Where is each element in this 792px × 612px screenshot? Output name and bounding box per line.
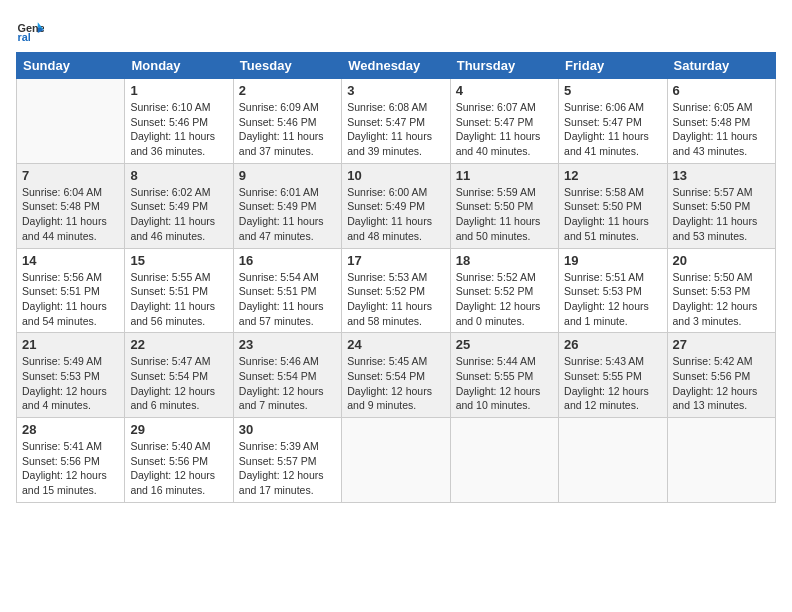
day-number: 26 <box>564 337 661 352</box>
calendar-cell: 3Sunrise: 6:08 AM Sunset: 5:47 PM Daylig… <box>342 79 450 164</box>
calendar-cell: 26Sunrise: 5:43 AM Sunset: 5:55 PM Dayli… <box>559 333 667 418</box>
calendar-cell: 14Sunrise: 5:56 AM Sunset: 5:51 PM Dayli… <box>17 248 125 333</box>
logo-icon: Gene ral <box>16 16 44 44</box>
day-info: Sunrise: 5:54 AM Sunset: 5:51 PM Dayligh… <box>239 270 336 329</box>
day-info: Sunrise: 6:01 AM Sunset: 5:49 PM Dayligh… <box>239 185 336 244</box>
day-info: Sunrise: 5:50 AM Sunset: 5:53 PM Dayligh… <box>673 270 770 329</box>
day-number: 4 <box>456 83 553 98</box>
calendar-cell: 13Sunrise: 5:57 AM Sunset: 5:50 PM Dayli… <box>667 163 775 248</box>
day-info: Sunrise: 6:08 AM Sunset: 5:47 PM Dayligh… <box>347 100 444 159</box>
calendar-week-row: 14Sunrise: 5:56 AM Sunset: 5:51 PM Dayli… <box>17 248 776 333</box>
day-number: 23 <box>239 337 336 352</box>
calendar-cell: 15Sunrise: 5:55 AM Sunset: 5:51 PM Dayli… <box>125 248 233 333</box>
day-number: 30 <box>239 422 336 437</box>
weekday-header: Monday <box>125 53 233 79</box>
day-number: 25 <box>456 337 553 352</box>
calendar-cell <box>342 418 450 503</box>
calendar-cell: 25Sunrise: 5:44 AM Sunset: 5:55 PM Dayli… <box>450 333 558 418</box>
weekday-header: Friday <box>559 53 667 79</box>
calendar-cell: 20Sunrise: 5:50 AM Sunset: 5:53 PM Dayli… <box>667 248 775 333</box>
day-number: 21 <box>22 337 119 352</box>
day-info: Sunrise: 5:58 AM Sunset: 5:50 PM Dayligh… <box>564 185 661 244</box>
day-info: Sunrise: 6:00 AM Sunset: 5:49 PM Dayligh… <box>347 185 444 244</box>
day-info: Sunrise: 5:55 AM Sunset: 5:51 PM Dayligh… <box>130 270 227 329</box>
day-number: 8 <box>130 168 227 183</box>
calendar-cell: 8Sunrise: 6:02 AM Sunset: 5:49 PM Daylig… <box>125 163 233 248</box>
day-info: Sunrise: 5:57 AM Sunset: 5:50 PM Dayligh… <box>673 185 770 244</box>
calendar-week-row: 28Sunrise: 5:41 AM Sunset: 5:56 PM Dayli… <box>17 418 776 503</box>
day-info: Sunrise: 6:09 AM Sunset: 5:46 PM Dayligh… <box>239 100 336 159</box>
calendar-cell: 7Sunrise: 6:04 AM Sunset: 5:48 PM Daylig… <box>17 163 125 248</box>
day-info: Sunrise: 5:56 AM Sunset: 5:51 PM Dayligh… <box>22 270 119 329</box>
day-info: Sunrise: 5:59 AM Sunset: 5:50 PM Dayligh… <box>456 185 553 244</box>
day-info: Sunrise: 5:42 AM Sunset: 5:56 PM Dayligh… <box>673 354 770 413</box>
calendar-cell: 5Sunrise: 6:06 AM Sunset: 5:47 PM Daylig… <box>559 79 667 164</box>
day-info: Sunrise: 5:53 AM Sunset: 5:52 PM Dayligh… <box>347 270 444 329</box>
weekday-header: Sunday <box>17 53 125 79</box>
day-info: Sunrise: 5:46 AM Sunset: 5:54 PM Dayligh… <box>239 354 336 413</box>
svg-text:ral: ral <box>18 31 31 43</box>
day-number: 9 <box>239 168 336 183</box>
day-info: Sunrise: 5:44 AM Sunset: 5:55 PM Dayligh… <box>456 354 553 413</box>
day-info: Sunrise: 6:10 AM Sunset: 5:46 PM Dayligh… <box>130 100 227 159</box>
calendar-cell: 19Sunrise: 5:51 AM Sunset: 5:53 PM Dayli… <box>559 248 667 333</box>
day-number: 16 <box>239 253 336 268</box>
calendar-week-row: 21Sunrise: 5:49 AM Sunset: 5:53 PM Dayli… <box>17 333 776 418</box>
day-number: 27 <box>673 337 770 352</box>
calendar-cell <box>17 79 125 164</box>
day-number: 24 <box>347 337 444 352</box>
calendar-cell: 2Sunrise: 6:09 AM Sunset: 5:46 PM Daylig… <box>233 79 341 164</box>
day-number: 17 <box>347 253 444 268</box>
day-info: Sunrise: 5:41 AM Sunset: 5:56 PM Dayligh… <box>22 439 119 498</box>
day-info: Sunrise: 5:43 AM Sunset: 5:55 PM Dayligh… <box>564 354 661 413</box>
day-info: Sunrise: 6:07 AM Sunset: 5:47 PM Dayligh… <box>456 100 553 159</box>
calendar-cell: 18Sunrise: 5:52 AM Sunset: 5:52 PM Dayli… <box>450 248 558 333</box>
calendar-cell: 11Sunrise: 5:59 AM Sunset: 5:50 PM Dayli… <box>450 163 558 248</box>
calendar-cell: 10Sunrise: 6:00 AM Sunset: 5:49 PM Dayli… <box>342 163 450 248</box>
weekday-header: Wednesday <box>342 53 450 79</box>
day-number: 19 <box>564 253 661 268</box>
calendar-cell: 27Sunrise: 5:42 AM Sunset: 5:56 PM Dayli… <box>667 333 775 418</box>
weekday-header: Thursday <box>450 53 558 79</box>
day-number: 13 <box>673 168 770 183</box>
day-number: 2 <box>239 83 336 98</box>
day-info: Sunrise: 5:51 AM Sunset: 5:53 PM Dayligh… <box>564 270 661 329</box>
day-number: 12 <box>564 168 661 183</box>
calendar-week-row: 7Sunrise: 6:04 AM Sunset: 5:48 PM Daylig… <box>17 163 776 248</box>
day-number: 11 <box>456 168 553 183</box>
logo: Gene ral <box>16 16 48 44</box>
calendar-cell: 22Sunrise: 5:47 AM Sunset: 5:54 PM Dayli… <box>125 333 233 418</box>
day-info: Sunrise: 6:04 AM Sunset: 5:48 PM Dayligh… <box>22 185 119 244</box>
calendar-cell: 29Sunrise: 5:40 AM Sunset: 5:56 PM Dayli… <box>125 418 233 503</box>
day-info: Sunrise: 5:39 AM Sunset: 5:57 PM Dayligh… <box>239 439 336 498</box>
day-info: Sunrise: 5:40 AM Sunset: 5:56 PM Dayligh… <box>130 439 227 498</box>
calendar-cell: 16Sunrise: 5:54 AM Sunset: 5:51 PM Dayli… <box>233 248 341 333</box>
day-number: 29 <box>130 422 227 437</box>
day-number: 10 <box>347 168 444 183</box>
day-number: 18 <box>456 253 553 268</box>
weekday-header: Saturday <box>667 53 775 79</box>
day-number: 1 <box>130 83 227 98</box>
calendar-cell: 9Sunrise: 6:01 AM Sunset: 5:49 PM Daylig… <box>233 163 341 248</box>
calendar-cell <box>450 418 558 503</box>
weekday-header: Tuesday <box>233 53 341 79</box>
calendar-cell: 4Sunrise: 6:07 AM Sunset: 5:47 PM Daylig… <box>450 79 558 164</box>
calendar-cell: 28Sunrise: 5:41 AM Sunset: 5:56 PM Dayli… <box>17 418 125 503</box>
calendar-cell: 12Sunrise: 5:58 AM Sunset: 5:50 PM Dayli… <box>559 163 667 248</box>
calendar-cell: 1Sunrise: 6:10 AM Sunset: 5:46 PM Daylig… <box>125 79 233 164</box>
calendar-cell: 30Sunrise: 5:39 AM Sunset: 5:57 PM Dayli… <box>233 418 341 503</box>
day-number: 6 <box>673 83 770 98</box>
calendar-cell <box>667 418 775 503</box>
day-info: Sunrise: 5:52 AM Sunset: 5:52 PM Dayligh… <box>456 270 553 329</box>
day-number: 28 <box>22 422 119 437</box>
day-number: 3 <box>347 83 444 98</box>
day-info: Sunrise: 5:45 AM Sunset: 5:54 PM Dayligh… <box>347 354 444 413</box>
page-header: Gene ral <box>16 16 776 44</box>
calendar-cell <box>559 418 667 503</box>
calendar-cell: 17Sunrise: 5:53 AM Sunset: 5:52 PM Dayli… <box>342 248 450 333</box>
day-number: 15 <box>130 253 227 268</box>
calendar-cell: 21Sunrise: 5:49 AM Sunset: 5:53 PM Dayli… <box>17 333 125 418</box>
day-number: 5 <box>564 83 661 98</box>
calendar-cell: 24Sunrise: 5:45 AM Sunset: 5:54 PM Dayli… <box>342 333 450 418</box>
day-info: Sunrise: 6:02 AM Sunset: 5:49 PM Dayligh… <box>130 185 227 244</box>
